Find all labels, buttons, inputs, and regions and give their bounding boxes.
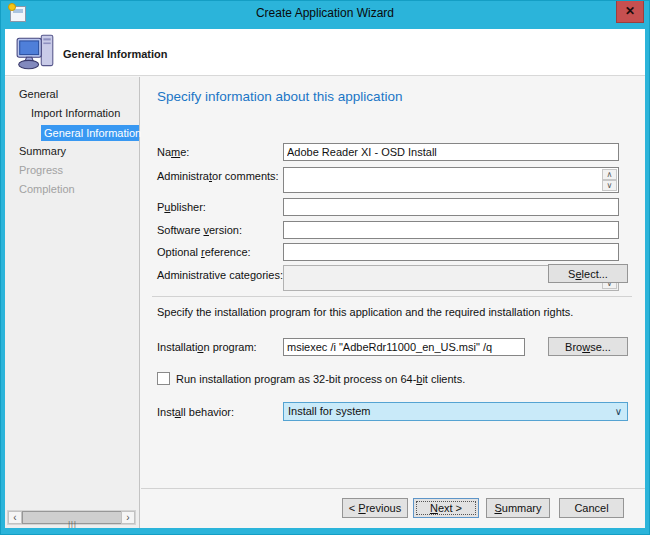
close-button[interactable]: ✕ [616, 1, 644, 23]
optional-reference-input[interactable] [283, 243, 619, 261]
scroll-right-icon[interactable]: › [121, 511, 135, 524]
installation-program-label: Installation program: [157, 341, 257, 353]
name-input[interactable] [283, 143, 619, 161]
run-as-32bit-label: Run installation program as 32-bit proce… [176, 373, 465, 385]
window-title: Create Application Wizard [1, 6, 649, 20]
browse-button[interactable]: Browse... [548, 337, 628, 356]
administrator-comments-label: Administrator comments: [157, 170, 279, 182]
computer-icon [15, 32, 57, 74]
summary-button[interactable]: Summary [486, 498, 550, 518]
administrator-comments-input[interactable]: ∧ ∨ [283, 167, 619, 193]
nav-list: General Import Information General Infor… [5, 85, 139, 199]
administrative-categories-label: Administrative categories: [157, 269, 283, 281]
next-button[interactable]: Next > [413, 498, 479, 518]
installation-section-text: Specify the installation program for thi… [157, 306, 573, 318]
previous-button[interactable]: < Previous [342, 498, 408, 518]
window-frame: General Information General Import Infor… [5, 29, 645, 528]
wizard-nav-sidebar: General Import Information General Infor… [5, 77, 140, 528]
section-divider [152, 296, 632, 297]
chevron-down-icon: ∨ [615, 403, 622, 420]
publisher-input[interactable] [283, 198, 619, 216]
wizard-header: General Information [5, 29, 645, 76]
footer-divider [141, 488, 645, 489]
scrollbar-thumb[interactable]: ||| [22, 511, 123, 524]
scroll-down-icon[interactable]: ∨ [602, 180, 617, 191]
thumb-grip-icon: ||| [68, 520, 76, 527]
create-application-wizard-window: Create Application Wizard ✕ General Info… [0, 0, 650, 535]
title-bar: Create Application Wizard ✕ [1, 1, 649, 29]
installation-program-input[interactable] [283, 338, 525, 356]
nav-item-general-information[interactable]: General Information [41, 125, 139, 141]
install-behavior-dropdown[interactable]: Install for system ∨ [283, 402, 628, 421]
publisher-label: Publisher: [157, 201, 206, 213]
page-heading: Specify information about this applicati… [157, 89, 402, 104]
dropdown-selected-value: Install for system [288, 405, 371, 417]
nav-item-summary[interactable]: Summary [5, 142, 139, 161]
wizard-content: Specify information about this applicati… [141, 77, 645, 528]
comments-scrollbar: ∧ ∨ [602, 169, 617, 191]
nav-item-import-information[interactable]: Import Information [5, 104, 139, 123]
run-as-32bit-checkbox[interactable] [157, 372, 170, 385]
scroll-up-icon[interactable]: ∧ [602, 169, 617, 180]
software-version-label: Software version: [157, 224, 242, 236]
header-page-title: General Information [63, 48, 168, 60]
optional-reference-label: Optional reference: [157, 246, 251, 258]
nav-item-completion: Completion [5, 180, 139, 199]
software-version-input[interactable] [283, 221, 619, 239]
nav-item-general[interactable]: General [5, 85, 139, 104]
sidebar-horizontal-scrollbar[interactable]: ‹ ||| › [7, 510, 136, 525]
select-button[interactable]: Select... [548, 264, 628, 283]
nav-item-progress: Progress [5, 161, 139, 180]
cancel-button[interactable]: Cancel [559, 498, 624, 518]
scroll-left-icon[interactable]: ‹ [8, 511, 22, 524]
name-label: Name: [157, 146, 189, 158]
install-behavior-label: Install behavior: [157, 406, 234, 418]
